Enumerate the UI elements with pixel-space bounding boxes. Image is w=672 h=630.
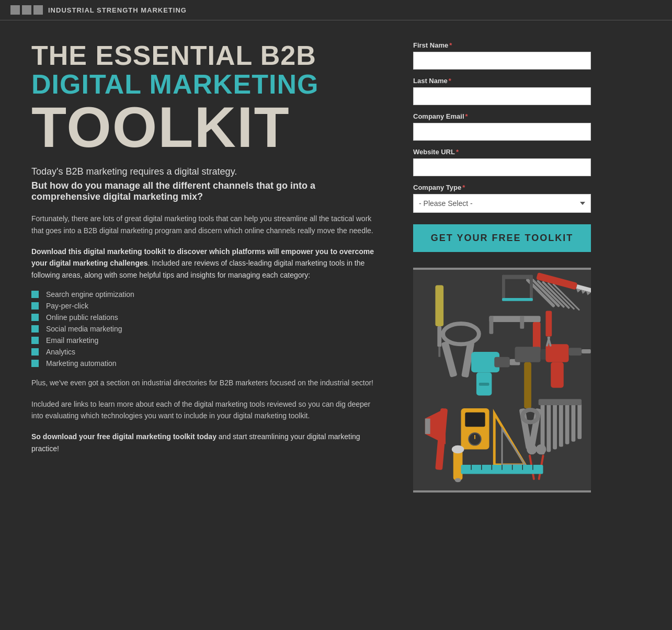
svg-point-68 bbox=[455, 478, 461, 482]
svg-rect-59 bbox=[571, 403, 575, 442]
svg-rect-66 bbox=[453, 449, 463, 480]
required-star: * bbox=[465, 112, 468, 120]
svg-rect-17 bbox=[435, 285, 443, 326]
logo-square-2 bbox=[22, 5, 31, 15]
list-item: Email marketing bbox=[31, 336, 382, 345]
svg-rect-61 bbox=[539, 399, 582, 405]
url-input[interactable] bbox=[413, 158, 591, 176]
svg-rect-38 bbox=[582, 349, 591, 353]
svg-rect-39 bbox=[545, 311, 552, 337]
list-item: Marketing automation bbox=[31, 359, 382, 368]
svg-point-67 bbox=[452, 445, 464, 454]
last-name-group: Last Name* bbox=[413, 77, 591, 105]
svg-rect-60 bbox=[577, 403, 582, 439]
tools-svg bbox=[413, 270, 591, 490]
logo-square-3 bbox=[33, 5, 43, 15]
svg-rect-24 bbox=[489, 316, 493, 334]
ruler bbox=[461, 465, 543, 474]
bullet-icon bbox=[31, 337, 39, 344]
email-group: Company Email* bbox=[413, 112, 591, 141]
svg-rect-34 bbox=[524, 362, 531, 408]
svg-rect-19 bbox=[438, 347, 440, 357]
list-item-text: Pay-per-click bbox=[46, 302, 88, 310]
required-star: * bbox=[449, 41, 452, 49]
svg-point-62 bbox=[527, 444, 537, 455]
logo-square-1 bbox=[10, 5, 20, 15]
list-item: Search engine optimization bbox=[31, 290, 382, 299]
paragraph-1: Fortunately, there are lots of great dig… bbox=[31, 213, 382, 236]
svg-rect-9 bbox=[530, 275, 533, 301]
svg-rect-28 bbox=[494, 357, 509, 368]
site-header: INDUSTRIAL STRENGTH MARKETING bbox=[0, 0, 672, 20]
bullet-icon bbox=[31, 291, 39, 298]
list-item-text: Search engine optimization bbox=[46, 290, 134, 299]
required-star: * bbox=[449, 77, 451, 85]
list-item-text: Email marketing bbox=[46, 336, 98, 345]
email-input[interactable] bbox=[413, 123, 591, 141]
bullet-icon bbox=[31, 360, 39, 367]
tools-illustration bbox=[413, 268, 591, 492]
svg-rect-23 bbox=[489, 316, 540, 322]
svg-marker-44 bbox=[425, 419, 430, 434]
svg-rect-58 bbox=[565, 403, 570, 444]
paragraph-5: So download your free digital marketing … bbox=[31, 431, 382, 454]
first-name-group: First Name* bbox=[413, 41, 591, 70]
paragraph-3: Plus, we've even got a section on indust… bbox=[31, 377, 382, 388]
multimeter bbox=[461, 408, 489, 450]
last-name-input[interactable] bbox=[413, 87, 591, 105]
email-label: Company Email* bbox=[413, 112, 591, 120]
list-item: Online public relations bbox=[31, 313, 382, 322]
svg-rect-31 bbox=[479, 383, 489, 386]
list-item-text: Social media marketing bbox=[46, 325, 122, 333]
svg-rect-7 bbox=[502, 275, 533, 279]
bullet-icon bbox=[31, 302, 39, 310]
svg-rect-55 bbox=[546, 403, 551, 452]
left-column: THE ESSENTIAL B2B DIGITAL MARKETING TOOL… bbox=[31, 41, 382, 492]
list-item: Social media marketing bbox=[31, 325, 382, 333]
required-star: * bbox=[462, 184, 465, 191]
bullet-list: Search engine optimization Pay-per-click… bbox=[31, 290, 382, 368]
svg-rect-56 bbox=[553, 403, 557, 449]
hero-title-line2: DIGITAL MARKETING bbox=[31, 70, 382, 99]
company-type-label: Company Type* bbox=[413, 184, 591, 191]
subtitle-bold: But how do you manage all the different … bbox=[31, 180, 382, 202]
bullet-icon bbox=[31, 314, 39, 321]
svg-rect-37 bbox=[569, 348, 582, 356]
company-type-select[interactable]: - Please Select - Manufacturer Distribut… bbox=[413, 194, 591, 213]
svg-rect-35 bbox=[545, 344, 568, 362]
list-item-text: Analytics bbox=[46, 348, 75, 356]
list-item-text: Online public relations bbox=[46, 313, 118, 322]
list-item-text: Marketing automation bbox=[46, 359, 117, 368]
paragraph-4: Included are links to learn more about e… bbox=[31, 398, 382, 422]
signup-form: First Name* Last Name* Company Email* We… bbox=[413, 41, 591, 252]
subtitle-normal: Today's B2B marketing requires a digital… bbox=[31, 166, 382, 177]
logo-squares bbox=[10, 5, 43, 15]
hero-title-line1: THE ESSENTIAL B2B bbox=[31, 41, 382, 70]
svg-rect-10 bbox=[502, 298, 533, 301]
url-label: Website URL* bbox=[413, 148, 591, 156]
submit-button[interactable]: GET YOUR FREE TOOLKIT bbox=[413, 224, 591, 252]
main-container: THE ESSENTIAL B2B DIGITAL MARKETING TOOL… bbox=[0, 20, 672, 513]
svg-rect-57 bbox=[559, 403, 563, 446]
svg-point-63 bbox=[536, 444, 546, 455]
list-item: Analytics bbox=[31, 348, 382, 356]
first-name-input[interactable] bbox=[413, 52, 591, 70]
required-star: * bbox=[456, 148, 459, 156]
brand-name: INDUSTRIAL STRENGTH MARKETING bbox=[48, 6, 187, 14]
svg-marker-16 bbox=[590, 292, 591, 297]
svg-rect-36 bbox=[551, 362, 564, 388]
para5-bold: So download your free digital marketing … bbox=[31, 432, 217, 441]
svg-rect-8 bbox=[502, 275, 505, 301]
bullet-icon bbox=[31, 325, 39, 333]
url-group: Website URL* bbox=[413, 148, 591, 176]
svg-rect-46 bbox=[465, 413, 485, 427]
hero-title-line3: TOOLKIT bbox=[31, 98, 382, 156]
last-name-label: Last Name* bbox=[413, 77, 591, 85]
bullet-icon bbox=[31, 348, 39, 356]
first-name-label: First Name* bbox=[413, 41, 591, 49]
list-item: Pay-per-click bbox=[31, 302, 382, 310]
svg-rect-25 bbox=[520, 316, 524, 329]
paragraph-2: Download this digital marketing toolkit … bbox=[31, 246, 382, 281]
company-type-group: Company Type* - Please Select - Manufact… bbox=[413, 184, 591, 213]
right-column: First Name* Last Name* Company Email* We… bbox=[413, 41, 591, 492]
